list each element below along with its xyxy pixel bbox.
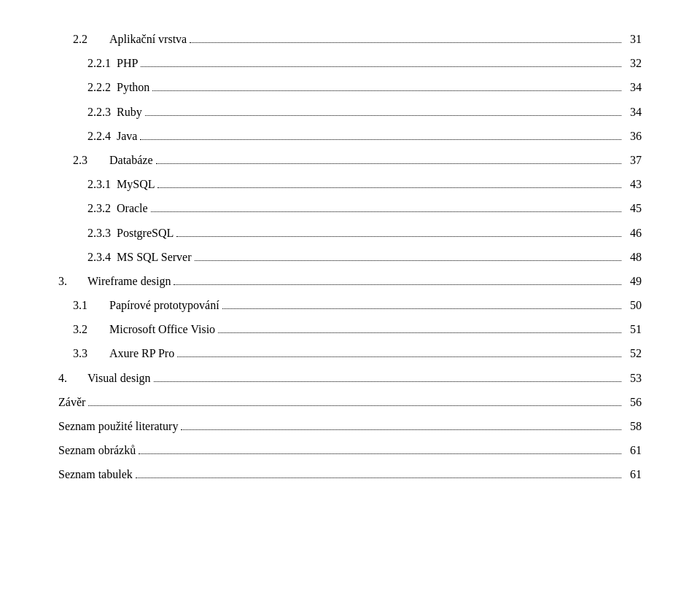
toc-entry[interactable]: 3.Wireframe design49 — [58, 271, 642, 291]
toc-number: 2.3.3 — [58, 223, 117, 243]
toc-number: 2.2.3 — [58, 102, 117, 122]
toc-entry[interactable]: 3.2Microsoft Office Visio51 — [58, 319, 642, 339]
toc-container: 2.2Aplikační vrstva312.2.1PHP322.2.2Pyth… — [58, 29, 642, 485]
toc-dots — [154, 381, 621, 382]
toc-label: Databáze — [109, 150, 153, 170]
toc-entry[interactable]: 2.2.1PHP32 — [58, 53, 642, 73]
toc-label: MS SQL Server — [117, 247, 192, 267]
toc-page: 51 — [624, 319, 642, 339]
toc-page: 61 — [624, 440, 642, 460]
toc-number: 2.2.4 — [58, 126, 117, 146]
toc-dots — [88, 405, 621, 406]
toc-entry[interactable]: 3.3Axure RP Pro52 — [58, 343, 642, 363]
toc-number: 2.3 — [58, 150, 109, 170]
toc-dots — [156, 163, 621, 164]
toc-number: 2.3.4 — [58, 247, 117, 267]
toc-dots — [151, 211, 621, 212]
toc-dots — [141, 66, 621, 67]
toc-page: 37 — [624, 150, 642, 170]
toc-dots — [222, 308, 621, 309]
toc-label: Microsoft Office Visio — [109, 319, 215, 339]
toc-page: 36 — [624, 126, 642, 146]
toc-page: 58 — [624, 416, 642, 436]
toc-entry[interactable]: 2.2.3Ruby34 — [58, 102, 642, 122]
toc-dots — [176, 236, 621, 237]
toc-entry[interactable]: 3.1Papírové prototypování50 — [58, 295, 642, 315]
toc-page: 46 — [624, 223, 642, 243]
toc-label: Python — [117, 77, 149, 97]
toc-number: 2.2.2 — [58, 77, 117, 97]
toc-dots — [145, 115, 621, 116]
toc-label: Wireframe design — [88, 271, 171, 291]
toc-number: 3.2 — [58, 319, 109, 339]
toc-entry[interactable]: 2.2.4Java36 — [58, 126, 642, 146]
toc-label: PostgreSQL — [117, 223, 174, 243]
toc-page: 48 — [624, 247, 642, 267]
toc-label: Seznam tabulek — [58, 464, 133, 484]
toc-dots — [174, 284, 621, 285]
toc-entry[interactable]: 2.2.2Python34 — [58, 77, 642, 97]
toc-label: Závěr — [58, 392, 85, 412]
toc-entry[interactable]: 2.3.1MySQL43 — [58, 174, 642, 194]
toc-dots — [195, 260, 621, 261]
toc-dots — [158, 187, 621, 188]
toc-entry[interactable]: Seznam použité literatury58 — [58, 416, 642, 436]
toc-label: Axure RP Pro — [109, 343, 174, 363]
toc-dots — [152, 90, 621, 91]
toc-label: Seznam obrázků — [58, 440, 136, 460]
toc-page: 43 — [624, 174, 642, 194]
toc-page: 45 — [624, 198, 642, 218]
toc-dots — [181, 429, 621, 430]
toc-page: 61 — [624, 464, 642, 484]
toc-entry[interactable]: 2.3.4MS SQL Server48 — [58, 247, 642, 267]
toc-entry[interactable]: 2.2Aplikační vrstva31 — [58, 29, 642, 49]
toc-number: 3. — [58, 271, 88, 291]
toc-label: Visual design — [88, 368, 151, 388]
toc-label: Java — [117, 126, 137, 146]
toc-label: Seznam použité literatury — [58, 416, 178, 436]
toc-number: 2.3.2 — [58, 198, 117, 218]
toc-number: 2.2.1 — [58, 53, 117, 73]
toc-dots — [136, 478, 621, 478]
toc-entry[interactable]: Seznam tabulek61 — [58, 464, 642, 484]
toc-entry[interactable]: Seznam obrázků61 — [58, 440, 642, 460]
toc-number: 4. — [58, 368, 88, 388]
toc-number: 3.1 — [58, 295, 109, 315]
toc-page: 32 — [624, 53, 642, 73]
toc-number: 3.3 — [58, 343, 109, 363]
toc-page: 31 — [624, 29, 642, 49]
toc-entry[interactable]: 2.3.3PostgreSQL46 — [58, 223, 642, 243]
toc-page: 53 — [624, 368, 642, 388]
toc-entry[interactable]: 4.Visual design53 — [58, 368, 642, 388]
toc-number: 2.3.1 — [58, 174, 117, 194]
toc-label: Ruby — [117, 102, 142, 122]
toc-page: 56 — [624, 392, 642, 412]
toc-dots — [139, 453, 621, 454]
toc-dots — [140, 139, 621, 140]
toc-label: PHP — [117, 53, 138, 73]
toc-dots — [190, 42, 621, 43]
toc-entry[interactable]: 2.3.2Oracle45 — [58, 198, 642, 218]
toc-entry[interactable]: Závěr56 — [58, 392, 642, 412]
toc-page: 52 — [624, 343, 642, 363]
toc-label: MySQL — [117, 174, 155, 194]
toc-page: 50 — [624, 295, 642, 315]
toc-page: 34 — [624, 102, 642, 122]
toc-number: 2.2 — [58, 29, 109, 49]
toc-label: Oracle — [117, 198, 148, 218]
toc-label: Aplikační vrstva — [109, 29, 187, 49]
toc-entry[interactable]: 2.3Databáze37 — [58, 150, 642, 170]
toc-page: 34 — [624, 77, 642, 97]
toc-label: Papírové prototypování — [109, 295, 219, 315]
toc-page: 49 — [624, 271, 642, 291]
toc-dots — [218, 332, 621, 333]
toc-dots — [177, 356, 621, 357]
